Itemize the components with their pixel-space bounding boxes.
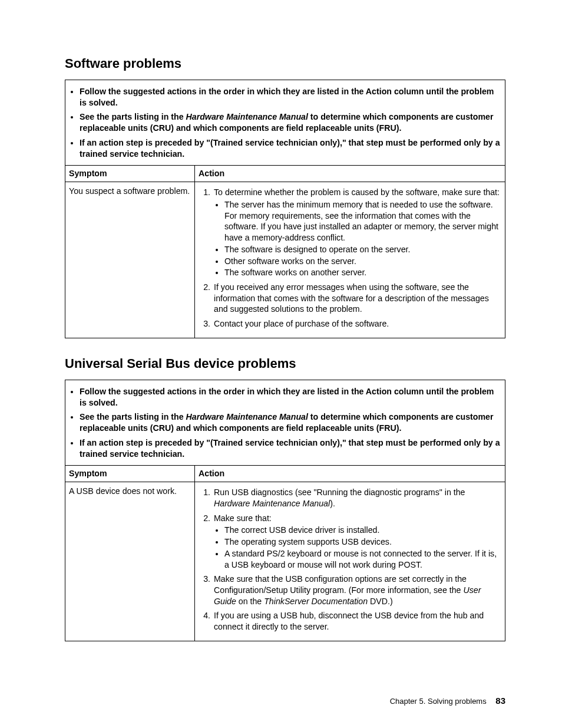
action-item: If you received any error messages when … [213,282,503,315]
action-italic: ThinkServer Documentation [264,597,368,606]
action-text: To determine whether the problem is caus… [214,187,500,197]
action-sublist: The server has the minimum memory that i… [214,199,503,278]
intro-list-1: Follow the suggested actions in the orde… [69,86,501,159]
intro-item: Follow the suggested actions in the orde… [80,386,501,408]
table-header-row: Symptom Action [65,166,505,182]
section-heading-software: Software problems [65,56,505,71]
action-item: Run USB diagnostics (see "Running the di… [213,487,503,509]
action-text: on the [236,597,264,606]
action-item: If you are using a USB hub, disconnect t… [213,610,503,632]
col-action: Action [195,166,505,182]
sub-item: A standard PS/2 keyboard or mouse is not… [224,548,503,570]
intro-box-1: Follow the suggested actions in the orde… [65,80,505,165]
symptom-cell: A USB device does not work. [65,482,195,641]
intro-list-2: Follow the suggested actions in the orde… [69,386,501,459]
page-footer: Chapter 5. Solving problems 83 [390,696,505,706]
footer-chapter: Chapter 5. Solving problems [390,697,487,706]
action-item: To determine whether the problem is caus… [213,187,503,278]
intro-italic: Hardware Maintenance Manual [186,112,308,121]
section-heading-usb: Universal Serial Bus device problems [65,356,505,371]
action-text: Make sure that the USB configuration opt… [214,574,467,595]
action-text: Make sure that: [214,513,272,523]
intro-item: Follow the suggested actions in the orde… [80,86,501,108]
footer-page-number: 83 [495,696,505,706]
trouble-table-software: Symptom Action You suspect a software pr… [65,165,505,338]
action-text: Run USB diagnostics (see "Running the di… [214,487,465,497]
table-row: You suspect a software problem. To deter… [65,182,505,338]
symptom-cell: You suspect a software problem. [65,182,195,338]
col-symptom: Symptom [65,166,195,182]
col-symptom: Symptom [65,466,195,482]
intro-item: If an action step is preceded by "(Train… [80,137,501,159]
action-item: Make sure that: The correct USB device d… [213,513,503,571]
sub-item: The operating system supports USB device… [224,536,503,548]
intro-item: See the parts listing in the Hardware Ma… [80,411,501,433]
action-cell: Run USB diagnostics (see "Running the di… [195,482,505,641]
table-row: A USB device does not work. Run USB diag… [65,482,505,641]
sub-item: The server has the minimum memory that i… [224,199,503,243]
intro-text: See the parts listing in the [80,112,186,121]
page: Software problems Follow the suggested a… [0,0,562,728]
sub-item: The correct USB device driver is install… [224,525,503,536]
action-item: Make sure that the USB configuration opt… [213,574,503,607]
action-cell: To determine whether the problem is caus… [195,182,505,338]
action-list: To determine whether the problem is caus… [197,187,503,330]
intro-italic: Hardware Maintenance Manual [186,412,308,421]
sub-item: The software works on another server. [224,267,503,278]
action-italic: Hardware Maintenance Manual [214,499,330,508]
col-action: Action [195,466,505,482]
action-sublist: The correct USB device driver is install… [214,525,503,570]
action-item: Contact your place of purchase of the so… [213,318,503,330]
intro-item: See the parts listing in the Hardware Ma… [80,111,501,133]
intro-box-2: Follow the suggested actions in the orde… [65,380,505,465]
table-header-row: Symptom Action [65,466,505,482]
intro-item: If an action step is preceded by "(Train… [80,437,501,459]
trouble-table-usb: Symptom Action A USB device does not wor… [65,465,505,641]
action-text: ). [330,499,335,508]
sub-item: The software is designed to operate on t… [224,244,503,255]
sub-item: Other software works on the server. [224,256,503,267]
action-text: DVD.) [368,597,393,606]
intro-text: See the parts listing in the [80,412,186,421]
action-list: Run USB diagnostics (see "Running the di… [197,487,503,633]
